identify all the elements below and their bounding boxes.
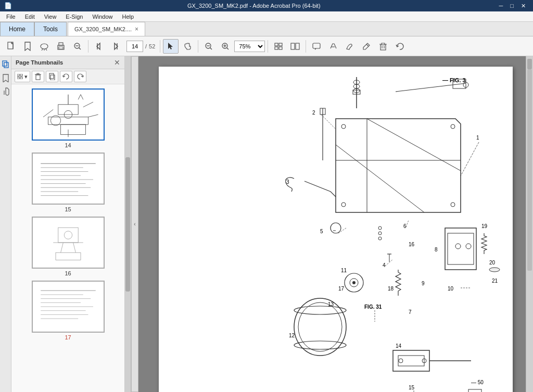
tab-home-label: Home (9, 26, 26, 33)
panel-view-dropdown[interactable]: ▾ (15, 71, 30, 82)
thumbnail-list: 14 (11, 84, 124, 392)
title-bar-icon: 📄 (4, 2, 12, 9)
hand-tool-btn[interactable] (180, 39, 195, 54)
svg-text:15: 15 (409, 385, 415, 390)
fit-page-btn[interactable] (271, 39, 286, 54)
svg-rect-24 (275, 47, 278, 49)
svg-rect-44 (49, 73, 54, 79)
thumbnail-17[interactable]: 17 (27, 281, 110, 340)
engineering-diagram: — FIG. 3 2 1 (159, 67, 513, 392)
svg-rect-83 (159, 67, 513, 392)
svg-rect-26 (291, 43, 295, 49)
main-layout: Page Thumbnails ✕ ▾ (0, 56, 533, 392)
sep4 (268, 40, 268, 53)
title-bar: 📄 GX_3200_SM_MK2.pdf - Adobe Acrobat Pro… (0, 0, 533, 11)
svg-line-16 (210, 47, 212, 49)
svg-rect-27 (296, 43, 299, 49)
sidebar-icon-bookmarks[interactable] (1, 73, 11, 83)
page-navigation: / 52 (126, 41, 155, 52)
svg-text:17: 17 (338, 286, 345, 292)
panel-redo-btn[interactable] (74, 71, 86, 82)
page-number-input[interactable] (126, 41, 143, 52)
svg-rect-45 (50, 75, 55, 80)
svg-rect-31 (380, 45, 386, 50)
svg-text:— FIG. 3: — FIG. 3 (442, 77, 466, 83)
menu-bar: File Edit View E-Sign Window Help (0, 11, 533, 22)
menu-file[interactable]: File (2, 12, 20, 21)
delete-btn[interactable] (375, 39, 391, 54)
zoom-select[interactable]: 50% 75% 100% 125% 150% 200% (234, 41, 265, 52)
zoom-out-btn[interactable] (201, 39, 217, 54)
undo-btn[interactable] (392, 39, 408, 54)
tab-home[interactable]: Home (0, 22, 34, 36)
title-bar-controls: ─ □ ✕ (496, 3, 529, 9)
svg-rect-39 (17, 77, 19, 79)
svg-rect-25 (279, 47, 282, 49)
menu-view[interactable]: View (40, 12, 61, 21)
menu-window[interactable]: Window (88, 12, 117, 21)
print-btn[interactable] (53, 39, 69, 54)
page-separator: / (145, 43, 147, 49)
svg-rect-57 (35, 156, 100, 201)
new-file-btn[interactable] (3, 39, 19, 54)
select-tool-btn[interactable] (163, 39, 179, 54)
thumb-box-14[interactable] (32, 88, 105, 141)
fill-sign-btn[interactable] (359, 39, 374, 54)
sidebar-icon-attachments[interactable] (1, 86, 11, 97)
thumbnail-panel: Page Thumbnails ✕ ▾ (11, 56, 125, 392)
columns-btn[interactable] (287, 39, 303, 54)
svg-text:16: 16 (409, 242, 415, 247)
total-pages: 52 (149, 43, 155, 49)
svg-marker-14 (168, 43, 173, 49)
next-page-btn[interactable] (108, 39, 123, 54)
sep1 (88, 40, 88, 53)
svg-rect-38 (20, 74, 22, 76)
panel-undo-btn[interactable] (60, 71, 72, 82)
zoom-out-sm-btn[interactable] (70, 39, 85, 54)
thumbnail-14[interactable]: 14 (27, 88, 110, 148)
highlight-btn[interactable] (325, 39, 341, 54)
svg-rect-34 (3, 61, 7, 66)
panel-delete-btn[interactable] (32, 71, 44, 82)
tab-tools[interactable]: Tools (34, 22, 67, 36)
bookmark-btn[interactable] (20, 39, 35, 54)
maximize-btn[interactable]: □ (507, 3, 517, 9)
content-scrollbar-v[interactable] (526, 56, 533, 392)
prev-page-btn[interactable] (91, 39, 107, 54)
menu-edit[interactable]: Edit (21, 12, 39, 21)
thumb-box-15[interactable] (32, 153, 105, 205)
comment-btn[interactable] (309, 39, 324, 54)
draw-btn[interactable] (342, 39, 358, 54)
panel-close-btn[interactable]: ✕ (114, 58, 120, 67)
svg-rect-41 (36, 75, 40, 80)
tab-doc[interactable]: GX_3200_SM_MK2.... × (68, 22, 145, 36)
zoom-in-btn[interactable] (218, 39, 233, 54)
panel-header: Page Thumbnails ✕ (11, 56, 124, 69)
panel-scrollbar[interactable] (125, 56, 131, 392)
thumb-box-17[interactable] (32, 281, 105, 333)
svg-line-19 (227, 47, 229, 49)
svg-rect-5 (59, 43, 63, 45)
sidebar-icon-pages[interactable] (1, 59, 11, 70)
thumbnail-16[interactable]: 16 (27, 217, 110, 276)
panel-collapse-btn[interactable]: ‹ (131, 56, 138, 392)
svg-text:9: 9 (422, 281, 425, 286)
minimize-btn[interactable]: ─ (496, 3, 506, 9)
svg-line-8 (79, 47, 81, 49)
tab-doc-close[interactable]: × (135, 26, 138, 33)
svg-text:7: 7 (409, 309, 412, 315)
thumbnail-15[interactable]: 15 (27, 153, 110, 212)
svg-text:19: 19 (481, 223, 488, 229)
panel-extract-btn[interactable] (46, 71, 58, 82)
cloud-btn[interactable] (36, 39, 52, 54)
svg-text:11: 11 (341, 268, 347, 273)
svg-text:6: 6 (403, 223, 407, 229)
svg-point-118 (489, 268, 500, 272)
title-bar-title: GX_3200_SM_MK2.pdf - Adobe Acrobat Pro (… (12, 3, 496, 9)
menu-esign[interactable]: E-Sign (61, 12, 87, 21)
close-btn[interactable]: ✕ (518, 3, 529, 9)
menu-help[interactable]: Help (118, 12, 138, 21)
svg-point-125 (352, 281, 356, 284)
main-toolbar: / 52 50% 75% 100% 125% 150% 200% (0, 36, 533, 56)
thumb-box-16[interactable] (32, 217, 105, 269)
